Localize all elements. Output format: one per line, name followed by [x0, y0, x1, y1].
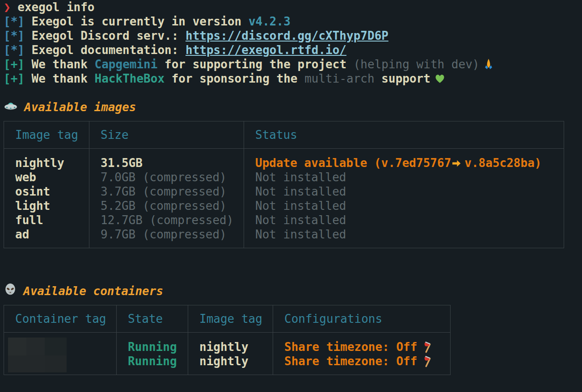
- command-text: exegol info: [11, 0, 95, 14]
- redaction-block: [8, 338, 26, 355]
- containers-col-header-state: State: [117, 305, 188, 332]
- docs-label: Exegol documentation:: [25, 43, 186, 57]
- containers-section-title: Available containers: [23, 284, 163, 298]
- alien-icon: [4, 283, 17, 300]
- images-section-header: Available images: [4, 99, 136, 115]
- image-size: 9.7GB (compressed): [101, 227, 244, 242]
- images-table-header-row: Image tag Size Status: [4, 121, 564, 149]
- image-status: Not installed: [255, 199, 564, 213]
- prompt-line: ❯ exegol info: [4, 0, 494, 14]
- info-badge: [*]: [4, 43, 25, 57]
- image-size: 31.5GB: [101, 156, 244, 170]
- container-state: Running: [128, 340, 188, 354]
- images-size-column: 31.5GB 7.0GB (compressed) 3.7GB (compres…: [89, 149, 244, 248]
- containers-table: Container tag State Image tag Configurat…: [4, 305, 451, 375]
- images-section-title: Available images: [24, 100, 136, 114]
- right-arrow-icon: [451, 157, 462, 171]
- redaction-block: [45, 355, 67, 372]
- image-status: Not installed: [255, 184, 564, 199]
- hackthebox-name: HackTheBox: [95, 72, 165, 85]
- container-config: Share timezone: Off: [284, 340, 450, 354]
- version-line: [*] Exegol is currently in version v4.2.…: [4, 14, 494, 29]
- plus-badge: [+]: [4, 58, 25, 71]
- redaction-block: [8, 355, 45, 372]
- config-text: Share timezone: Off: [284, 340, 417, 354]
- pray-hands-icon: [483, 58, 494, 73]
- dev-note-text: (helping with dev): [354, 58, 480, 71]
- discord-line: [*] Exegol Discord serv.: https://discor…: [4, 29, 494, 43]
- image-size: 7.0GB (compressed): [101, 170, 244, 184]
- info-badge: [*]: [4, 29, 25, 42]
- version-value: v4.2.3: [249, 15, 291, 28]
- images-status-column: Update available (v.7ed75767v.8a5c28ba) …: [244, 149, 564, 248]
- discord-link[interactable]: https://discord.gg/cXThyp7D6P: [186, 29, 388, 42]
- image-status: Not installed: [255, 170, 564, 184]
- container-config-column: Share timezone: Off Share timezone: Off: [273, 333, 450, 375]
- version-text: Exegol is currently in version: [25, 15, 249, 28]
- container-image-tag: nightly: [199, 354, 273, 368]
- image-size: 3.7GB (compressed): [101, 184, 244, 199]
- hackthebox-line: [+] We thank HackTheBox for sponsoring t…: [4, 71, 494, 86]
- images-col-header-size: Size: [89, 121, 244, 148]
- image-status: Not installed: [255, 213, 564, 227]
- containers-col-header-tag: Container tag: [4, 305, 117, 332]
- container-image-tag: nightly: [199, 340, 273, 354]
- image-tag: nightly: [15, 156, 89, 170]
- image-status-update: Update available (v.7ed75767v.8a5c28ba): [255, 156, 564, 170]
- axe-icon: [422, 355, 434, 371]
- info-badge: [*]: [4, 15, 25, 28]
- thanks-text: for sponsoring the: [164, 72, 304, 85]
- thanks-text: We thank: [25, 58, 95, 71]
- image-tag: osint: [15, 184, 89, 199]
- update-status-post: v.8a5c28ba): [464, 156, 541, 170]
- update-status-pre: Update available (v.7ed75767: [255, 156, 451, 170]
- thanks-text: We thank: [25, 72, 95, 85]
- container-image-column: nightly nightly: [188, 333, 273, 375]
- flying-saucer-icon: [4, 99, 18, 116]
- images-col-header-status: Status: [244, 121, 564, 148]
- images-table-body: nightly web osint light full ad 31.5GB 7…: [4, 149, 564, 248]
- docs-link[interactable]: https://exegol.rtfd.io/: [186, 43, 346, 57]
- multiarch-text: multi-arch: [304, 72, 375, 85]
- redaction-block: [45, 338, 67, 355]
- support-text: support: [375, 72, 430, 85]
- containers-col-header-config: Configurations: [273, 305, 450, 332]
- containers-col-header-image: Image tag: [188, 305, 273, 332]
- image-size: 12.7GB (compressed): [101, 213, 244, 227]
- capgemini-name: Capgemini: [95, 58, 158, 71]
- image-tag: ad: [15, 227, 89, 242]
- docs-line: [*] Exegol documentation: https://exegol…: [4, 43, 494, 57]
- images-tag-column: nightly web osint light full ad: [4, 149, 89, 248]
- images-table: Image tag Size Status nightly web osint …: [4, 121, 564, 248]
- terminal-output: ❯ exegol info [*] Exegol is currently in…: [4, 0, 494, 86]
- plus-badge: [+]: [4, 72, 25, 85]
- image-tag: full: [15, 213, 89, 227]
- images-col-header-tag: Image tag: [4, 121, 89, 148]
- container-state-column: Running Running: [117, 333, 188, 375]
- container-config: Share timezone: Off: [284, 354, 450, 368]
- container-state: Running: [128, 354, 188, 368]
- containers-table-header-row: Container tag State Image tag Configurat…: [4, 305, 450, 333]
- thanks-text: for supporting the project: [157, 58, 353, 71]
- containers-table-body: Running Running nightly nightly Share ti…: [4, 333, 450, 375]
- terminal-screen: ❯ exegol info [*] Exegol is currently in…: [0, 0, 582, 392]
- config-text: Share timezone: Off: [284, 354, 417, 368]
- image-status: Not installed: [255, 227, 564, 242]
- container-tag-column: [4, 333, 117, 375]
- redacted-container-tag: [8, 338, 67, 372]
- discord-label: Exegol Discord serv.:: [25, 29, 186, 42]
- image-tag: web: [15, 170, 89, 184]
- green-heart-icon: [434, 73, 446, 88]
- containers-section-header: Available containers: [4, 283, 163, 299]
- prompt-chevron-icon: ❯: [4, 0, 11, 14]
- image-tag: light: [15, 199, 89, 213]
- capgemini-line: [+] We thank Capgemini for supporting th…: [4, 57, 494, 71]
- image-size: 5.2GB (compressed): [101, 199, 244, 213]
- redaction-block: [26, 338, 45, 355]
